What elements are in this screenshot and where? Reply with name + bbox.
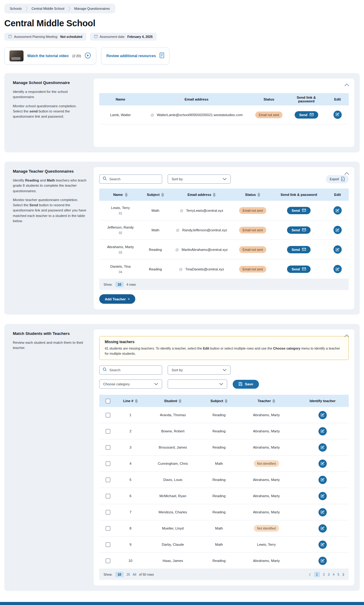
identify-teacher-button[interactable] <box>318 460 327 468</box>
warning-title: Missing teachers <box>105 340 343 344</box>
edit-button[interactable] <box>333 265 342 273</box>
column-header-line[interactable]: Line # <box>117 398 144 404</box>
send-cell: Send <box>286 110 326 120</box>
send-button[interactable]: Send <box>287 266 311 273</box>
send-button[interactable]: Send <box>287 207 311 214</box>
table-header-row: Line # Student Subject Teacher Identify … <box>99 395 349 407</box>
identify-teacher-button[interactable] <box>318 443 327 452</box>
identify-teacher-button[interactable] <box>318 492 327 500</box>
page-size-25[interactable]: 25 <box>126 573 130 576</box>
info-badges: Assessment Planning Meeting: Not schedul… <box>4 33 360 41</box>
page-size-10[interactable]: 10 <box>115 282 124 287</box>
sort-icon <box>125 193 128 197</box>
badge-value: Not scheduled <box>60 35 82 38</box>
edit-button[interactable] <box>333 111 342 119</box>
column-header-student[interactable]: Student <box>144 398 202 404</box>
search-input[interactable] <box>109 177 159 181</box>
row-checkbox[interactable] <box>106 542 110 547</box>
edit-button[interactable] <box>333 206 342 215</box>
page-1[interactable]: 1 <box>314 572 320 577</box>
section-paragraph: Identify Reading and Math teachers who t… <box>13 178 87 194</box>
match-students-section: Match Students with Teachers Review each… <box>4 324 360 591</box>
column-header-subject[interactable]: Subject <box>142 192 169 198</box>
additional-resources-card[interactable]: Review additional resources <box>101 47 169 64</box>
manage-school-questionnaire-section: Manage School Questionnaire Identify a r… <box>4 73 360 152</box>
resource-cards: Watch the tutorial video (2:20) Review a… <box>4 47 360 64</box>
identify-teacher-button[interactable] <box>318 427 327 435</box>
identify-teacher-button[interactable] <box>318 541 327 549</box>
match-students-panel: Missing teachers 41 students are missing… <box>94 329 354 585</box>
column-header-subject[interactable]: Subject <box>202 398 236 404</box>
edit-button[interactable] <box>333 245 342 254</box>
video-duration: (2:20) <box>72 54 81 58</box>
show-label: Show: <box>104 283 112 286</box>
teacher-toolbar: Sort by Export x <box>99 174 349 184</box>
identify-teacher-button[interactable] <box>318 524 327 533</box>
breadcrumb-item-central-middle-school[interactable]: Central Middle School <box>31 7 64 10</box>
status-cell: Email not sent <box>234 206 271 215</box>
edit-cell <box>326 244 349 255</box>
save-button[interactable]: Save <box>233 380 259 389</box>
page-4[interactable]: 4 <box>333 573 334 576</box>
category-value-select[interactable] <box>168 380 227 389</box>
page-2[interactable]: 2 <box>323 573 325 576</box>
search-input[interactable] <box>109 368 159 372</box>
prev-page-icon[interactable] <box>309 573 311 576</box>
identify-teacher-button[interactable] <box>318 557 327 565</box>
collapse-section-icon[interactable] <box>344 82 349 88</box>
student-teacher: Lewis, Terry <box>236 541 296 548</box>
row-checkbox[interactable] <box>106 413 110 417</box>
column-header-name[interactable]: Name <box>99 192 142 198</box>
status-badge: Email not sent <box>239 266 266 273</box>
row-checkbox[interactable] <box>106 494 110 498</box>
section-title: Manage School Questionnaire <box>13 80 87 85</box>
page-3[interactable]: 3 <box>328 573 329 576</box>
collapse-section-icon[interactable] <box>344 333 349 339</box>
row-checkbox[interactable] <box>106 510 110 515</box>
table-row: 6 McMichael, Ryan Reading Abrahams, Mart… <box>99 488 349 504</box>
identify-teacher-button[interactable] <box>318 411 327 419</box>
section-title: Match Students with Teachers <box>13 331 87 336</box>
sort-icon <box>257 193 260 197</box>
send-button[interactable]: Send <box>295 111 318 119</box>
edit-button[interactable] <box>333 226 342 234</box>
column-header-edit: Edit <box>326 192 349 198</box>
envelope-icon <box>302 248 306 251</box>
select-all-checkbox[interactable] <box>106 399 110 403</box>
column-header-status[interactable]: Status <box>234 192 271 198</box>
page-5[interactable]: 5 <box>337 573 339 576</box>
manage-teacher-questionnaires-section: Manage Teacher Questionnaires Identify R… <box>4 162 360 315</box>
student-subject: Math <box>202 460 236 467</box>
row-checkbox[interactable] <box>106 429 110 434</box>
tutorial-video-card[interactable]: Watch the tutorial video (2:20) <box>4 47 96 64</box>
next-page-icon[interactable] <box>342 573 344 576</box>
column-header-teacher[interactable]: Teacher <box>236 398 296 404</box>
student-name: Mueller, Lloyd <box>144 525 202 531</box>
add-teacher-button[interactable]: Add Teacher + <box>99 294 135 304</box>
send-button[interactable]: Send <box>287 226 311 234</box>
student-subject: Reading <box>202 444 236 450</box>
row-checkbox[interactable] <box>106 478 110 482</box>
send-button[interactable]: Send <box>287 246 311 253</box>
row-checkbox[interactable] <box>106 559 110 563</box>
teacher-subject: Math <box>142 227 169 233</box>
breadcrumb-item-schools[interactable]: Schools <box>10 7 22 10</box>
page-size-10[interactable]: 10 <box>115 572 124 577</box>
identify-teacher-button[interactable] <box>318 476 327 484</box>
choose-category-select[interactable]: Choose category <box>99 380 162 389</box>
status-badge: Email not sent <box>255 112 282 118</box>
row-checkbox[interactable] <box>106 526 110 531</box>
play-icon <box>85 52 91 60</box>
row-checkbox[interactable] <box>106 461 110 466</box>
match-toolbar-category: Choose category Save <box>99 380 349 389</box>
sort-by-select[interactable]: Sort by <box>168 174 231 184</box>
breadcrumb-item-manage-questionnaires[interactable]: Manage Questionnaires <box>74 7 110 10</box>
page-size-all[interactable]: All <box>133 573 136 576</box>
row-checkbox[interactable] <box>106 445 110 450</box>
collapse-section-icon[interactable] <box>344 171 349 176</box>
identify-teacher-button[interactable] <box>318 508 327 516</box>
column-header-email[interactable]: Email address <box>169 192 234 198</box>
not-identified-badge: Not identified <box>254 525 279 532</box>
student-name: Bowne, Robert <box>144 428 202 434</box>
sort-by-select[interactable]: Sort by <box>168 365 231 375</box>
